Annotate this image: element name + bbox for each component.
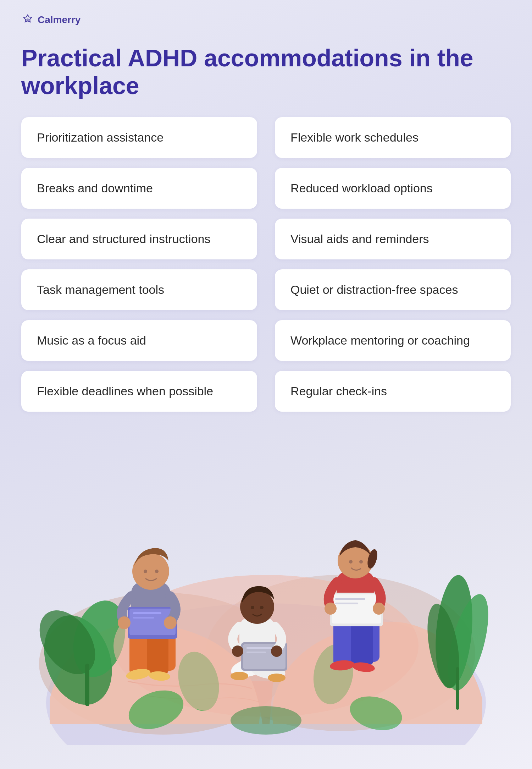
svg-point-18	[155, 570, 159, 573]
card-breaks-and-downtime: Breaks and downtime	[21, 168, 257, 209]
svg-point-60	[373, 603, 385, 615]
svg-point-59	[325, 603, 337, 615]
svg-point-36	[231, 672, 248, 680]
svg-point-43	[271, 646, 282, 657]
logo-text: Calmerry	[38, 14, 81, 26]
svg-rect-27	[133, 617, 154, 619]
svg-rect-52	[351, 621, 373, 665]
svg-rect-41	[246, 652, 266, 653]
svg-point-63	[231, 706, 301, 735]
illustration-area	[0, 426, 532, 745]
svg-point-17	[144, 570, 147, 573]
svg-rect-26	[133, 612, 161, 614]
card-visual-aids-reminders: Visual aids and reminders	[275, 219, 511, 259]
svg-rect-7	[85, 664, 89, 706]
svg-point-42	[232, 646, 243, 657]
illustration-svg	[21, 433, 511, 745]
card-music-focus-aid: Music as a focus aid	[21, 320, 257, 361]
svg-rect-40	[246, 647, 273, 649]
card-quiet-distraction-free-spaces: Quiet or distraction-free spaces	[275, 269, 511, 310]
accommodations-grid: Prioritization assistanceFlexible work s…	[0, 114, 532, 419]
page-title: Practical ADHD accommodations in the wor…	[0, 26, 532, 114]
header: Calmerry	[0, 0, 532, 26]
svg-rect-11	[456, 667, 459, 710]
card-workplace-mentoring-coaching: Workplace mentoring or coaching	[275, 320, 511, 361]
svg-rect-58	[335, 603, 358, 604]
card-reduced-workload-options: Reduced workload options	[275, 168, 511, 209]
calmerry-logo-icon	[21, 13, 34, 26]
svg-point-0	[26, 18, 29, 21]
svg-point-29	[164, 616, 177, 629]
card-clear-structured-instructions: Clear and structured instructions	[21, 219, 257, 259]
card-prioritization-assistance: Prioritization assistance	[21, 117, 257, 158]
svg-point-48	[359, 560, 363, 564]
svg-rect-57	[335, 598, 365, 600]
svg-point-47	[349, 560, 353, 564]
card-task-management-tools: Task management tools	[21, 269, 257, 310]
svg-point-37	[268, 674, 286, 682]
svg-point-28	[118, 616, 131, 629]
card-regular-check-ins: Regular check-ins	[275, 371, 511, 412]
svg-point-33	[260, 606, 264, 609]
svg-point-32	[251, 606, 254, 609]
card-flexible-work-schedules: Flexible work schedules	[275, 117, 511, 158]
card-flexible-deadlines: Flexible deadlines when possible	[21, 371, 257, 412]
